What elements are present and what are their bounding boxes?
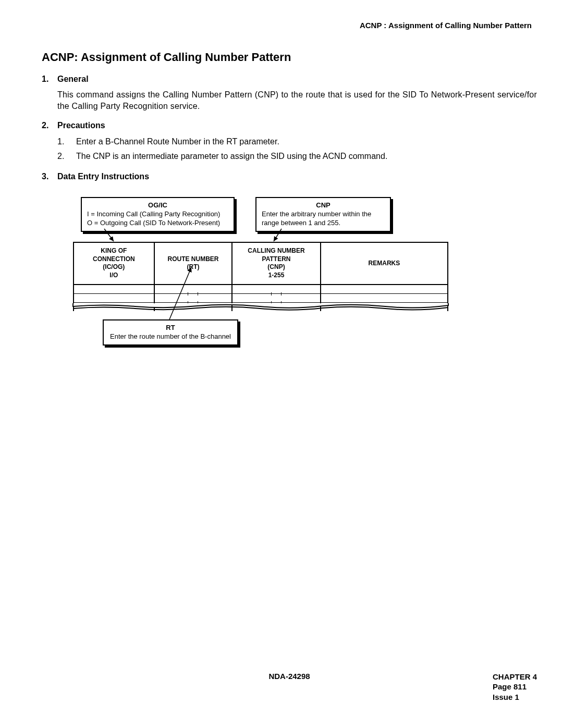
table-cell	[232, 285, 321, 294]
callout-ogic-line1: I = Incoming Call (Calling Party Recogni…	[87, 210, 228, 219]
callout-ogic-line2: O = Outgoing Call (SID To Network-Presen…	[87, 219, 228, 228]
precautions-list: 1. Enter a B-Channel Route Number in the…	[57, 135, 537, 163]
precaution-num: 1.	[57, 135, 76, 148]
data-table: KING OFCONNECTION(IC/OG)I/O ROUTE NUMBER…	[73, 242, 448, 311]
arrow-cnp	[266, 228, 297, 243]
diagram: OG/IC I = Incoming Call (Calling Party R…	[81, 197, 498, 364]
table-cell	[74, 293, 154, 302]
col-remarks: REMARKS	[321, 242, 448, 284]
section-precautions-label: Precautions	[57, 121, 105, 130]
callout-ogic-title: OG/IC	[87, 201, 228, 210]
table-header-row: KING OFCONNECTION(IC/OG)I/O ROUTE NUMBER…	[74, 242, 448, 284]
precaution-item: 1. Enter a B-Channel Route Number in the…	[57, 135, 537, 148]
arrow-rt	[159, 265, 201, 322]
table-row	[74, 285, 448, 294]
table-cell	[74, 285, 154, 294]
svg-line-0	[104, 229, 114, 241]
table-cell	[321, 293, 448, 302]
page-header: ACNP : Assignment of Calling Number Patt…	[42, 21, 537, 30]
callout-ogic: OG/IC I = Incoming Call (Calling Party R…	[81, 197, 235, 232]
precaution-text: Enter a B-Channel Route Number in the RT…	[76, 135, 279, 148]
precaution-item: 2. The CNP is an intermediate parameter …	[57, 150, 537, 163]
torn-edge	[72, 302, 449, 312]
callout-rt: RT Enter the route number of the B-chann…	[103, 319, 238, 346]
col-king: KING OFCONNECTION(IC/OG)I/O	[74, 242, 154, 284]
page-title: ACNP: Assignment of Calling Number Patte…	[42, 51, 537, 64]
col-cnp: CALLING NUMBERPATTERN(CNP)1-255	[232, 242, 321, 284]
section-general-num: 1.	[42, 75, 57, 84]
section-general-label: General	[57, 75, 89, 84]
footer: NDA-24298 CHAPTER 4 Page 811 Issue 1	[42, 672, 537, 702]
footer-page: Page 811	[493, 682, 537, 692]
svg-line-2	[169, 267, 191, 319]
table-cell	[321, 285, 448, 294]
callout-cnp-body: Enter the arbitrary number within the ra…	[262, 210, 385, 228]
callout-cnp-title: CNP	[262, 201, 385, 210]
svg-line-1	[274, 229, 282, 241]
section-data-entry-label: Data Entry Instructions	[57, 172, 149, 181]
precaution-text: The CNP is an intermediate parameter to …	[76, 150, 387, 163]
section-precautions-head: 2. Precautions	[42, 121, 537, 130]
footer-issue: Issue 1	[493, 692, 537, 702]
callout-cnp: CNP Enter the arbitrary number within th…	[255, 197, 391, 232]
precaution-num: 2.	[57, 150, 76, 163]
table-row	[74, 293, 448, 302]
arrow-ogic	[89, 228, 120, 243]
callout-rt-title: RT	[109, 324, 232, 332]
table-cell	[232, 293, 321, 302]
footer-docnum: NDA-24298	[42, 672, 537, 681]
callout-rt-body: Enter the route number of the B-channel	[109, 332, 232, 341]
section-general-body: This command assigns the Calling Number …	[57, 89, 537, 112]
section-general-head: 1. General	[42, 75, 537, 84]
section-data-entry-num: 3.	[42, 172, 57, 181]
section-precautions-num: 2.	[42, 121, 57, 130]
section-data-entry-head: 3. Data Entry Instructions	[42, 172, 537, 181]
